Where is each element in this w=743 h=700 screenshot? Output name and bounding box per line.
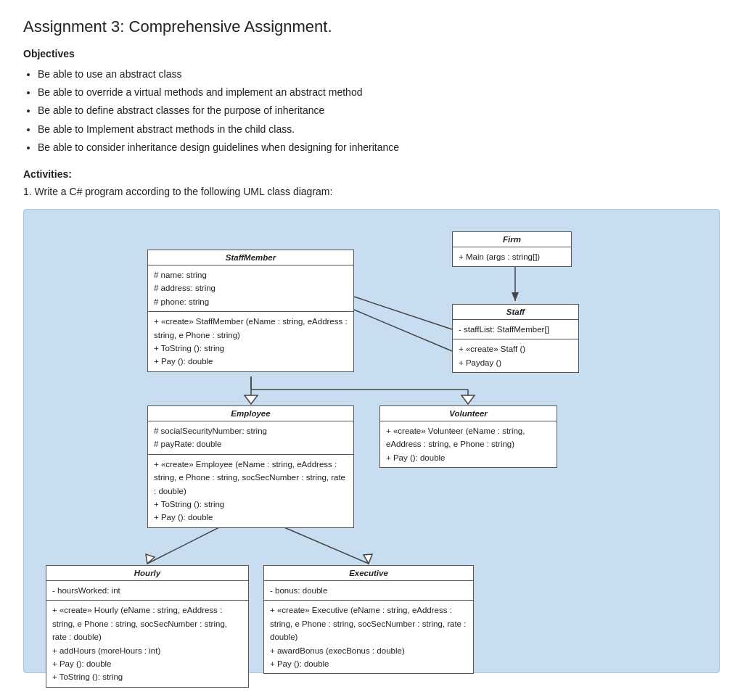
objective-item: Be able to consider inheritance design g… — [38, 139, 720, 157]
method-item: + ToString (): string — [154, 342, 348, 355]
staffmember-fields: # name: string# address: string# phone: … — [148, 265, 353, 312]
method-item: + Pay (): double — [52, 657, 242, 670]
firm-title: Firm — [453, 232, 571, 247]
field-item: # payRate: double — [154, 437, 348, 450]
objectives-list: Be able to use an abstract classBe able … — [23, 65, 720, 157]
svg-marker-10 — [146, 554, 155, 564]
staff-fields: - staffList: StaffMember[] — [453, 320, 578, 339]
activity-text: 1. Write a C# program according to the f… — [23, 186, 720, 197]
employee-fields: # socialSecurityNumber: string# payRate:… — [148, 421, 353, 455]
field-item: # phone: string — [154, 295, 348, 308]
svg-marker-4 — [245, 395, 258, 404]
svg-line-13 — [354, 297, 452, 329]
field-item: # socialSecurityNumber: string — [154, 424, 348, 437]
page-title: Assignment 3: Comprehensive Assignment. — [23, 17, 720, 36]
svg-line-2 — [354, 310, 452, 351]
uml-executive: Executive - bonus: double + «create» Exe… — [263, 565, 474, 674]
uml-firm: Firm + Main (args : string[]) — [452, 231, 572, 267]
field-item: - hoursWorked: int — [52, 584, 242, 597]
volunteer-title: Volunteer — [380, 406, 557, 421]
volunteer-methods: + «create» Volunteer (eName : string, eA… — [380, 421, 557, 467]
svg-marker-1 — [512, 292, 519, 301]
hourly-methods: + «create» Hourly (eName : string, eAddr… — [46, 601, 248, 686]
method-item: + ToString (): string — [52, 670, 242, 683]
field-item: - staffList: StaffMember[] — [459, 323, 572, 336]
method-item: + Main (args : string[]) — [459, 250, 565, 263]
method-item: + Payday () — [459, 356, 572, 369]
uml-staff: Staff - staffList: StaffMember[] + «crea… — [452, 304, 579, 373]
field-item: # address: string — [154, 281, 348, 295]
employee-title: Employee — [148, 406, 353, 421]
method-item: + Pay (): double — [386, 451, 551, 464]
uml-hourly: Hourly - hoursWorked: int + «create» Hou… — [46, 565, 249, 688]
method-item: + «create» StaffMember (eName : string, … — [154, 315, 348, 342]
method-item: + «create» Volunteer (eName : string, eA… — [386, 424, 551, 451]
hourly-fields: - hoursWorked: int — [46, 581, 248, 601]
method-item: + «create» Hourly (eName : string, eAddr… — [52, 604, 242, 643]
staffmember-methods: + «create» StaffMember (eName : string, … — [148, 312, 353, 371]
executive-fields: - bonus: double — [264, 581, 473, 601]
method-item: + Pay (): double — [270, 657, 467, 670]
employee-methods: + «create» Employee (eName : string, eAd… — [148, 455, 353, 527]
method-item: + awardBonus (execBonus : double) — [270, 644, 467, 657]
field-item: - bonus: double — [270, 584, 467, 597]
objectives-heading: Objectives — [23, 48, 720, 59]
svg-marker-12 — [364, 554, 372, 564]
firm-methods: + Main (args : string[]) — [453, 247, 571, 266]
method-item: + «create» Staff () — [459, 342, 572, 355]
objective-item: Be able to use an abstract class — [38, 65, 720, 83]
objective-item: Be able to override a virtual methods an… — [38, 83, 720, 102]
objective-item: Be able to Implement abstract methods in… — [38, 120, 720, 139]
field-item: # name: string — [154, 268, 348, 281]
executive-methods: + «create» Executive (eName : string, eA… — [264, 601, 473, 673]
method-item: + «create» Employee (eName : string, eAd… — [154, 458, 348, 498]
method-item: + Pay (): double — [154, 511, 348, 524]
method-item: + ToString (): string — [154, 498, 348, 511]
method-item: + addHours (moreHours : int) — [52, 644, 242, 657]
method-item: + «create» Executive (eName : string, eA… — [270, 604, 467, 643]
objective-item: Be able to define abstract classes for t… — [38, 102, 720, 120]
method-item: + Pay (): double — [154, 355, 348, 368]
executive-title: Executive — [264, 566, 473, 581]
hourly-title: Hourly — [46, 566, 248, 581]
svg-marker-8 — [461, 395, 475, 404]
uml-employee: Employee # socialSecurityNumber: string#… — [147, 405, 354, 528]
staff-methods: + «create» Staff ()+ Payday () — [453, 339, 578, 372]
activities-heading: Activities: — [23, 168, 720, 180]
staffmember-title: StaffMember — [148, 250, 353, 265]
staff-title: Staff — [453, 305, 578, 320]
uml-staffmember: StaffMember # name: string# address: str… — [147, 250, 354, 372]
uml-volunteer: Volunteer + «create» Volunteer (eName : … — [379, 405, 557, 468]
uml-diagram: Firm + Main (args : string[]) Staff - st… — [23, 209, 720, 673]
